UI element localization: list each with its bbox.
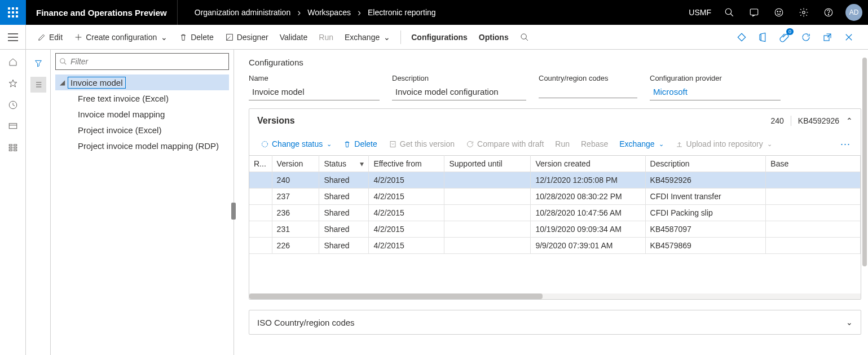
search-icon[interactable] xyxy=(718,0,741,25)
list-icon[interactable] xyxy=(30,77,46,93)
table-row[interactable]: 226Shared4/2/20159/9/2020 07:39:01 AMKB4… xyxy=(249,238,861,254)
cell-effective: 4/2/2015 xyxy=(369,189,444,205)
company-code[interactable]: USMF xyxy=(689,8,716,17)
cell-status: Shared xyxy=(319,238,369,254)
svg-point-24 xyxy=(521,34,526,39)
iso-title: ISO Country/region codes xyxy=(257,318,355,327)
message-icon[interactable] xyxy=(743,0,765,25)
filter-icon[interactable]: ▾ xyxy=(360,159,364,168)
tree-node-child[interactable]: Invoice model mapping xyxy=(55,106,229,122)
cell-base xyxy=(766,205,861,221)
close-icon[interactable] xyxy=(839,27,859,47)
cell-version: 240 xyxy=(272,172,319,189)
version-delete-label: Delete xyxy=(354,139,377,148)
workspace-icon[interactable] xyxy=(7,121,19,132)
options-button[interactable]: Options xyxy=(473,29,514,45)
command-bar-right: 0 xyxy=(732,27,862,47)
detail-panel: Configurations Name Invoice model Descri… xyxy=(234,50,868,355)
modules-icon[interactable] xyxy=(7,142,19,154)
home-icon[interactable] xyxy=(7,56,19,68)
cell-supported xyxy=(444,221,531,238)
col-supported[interactable]: Supported until xyxy=(444,156,531,172)
breadcrumb-2[interactable]: Workspaces xyxy=(307,8,351,17)
iso-header[interactable]: ISO Country/region codes ⌄ xyxy=(249,310,861,334)
popout-icon[interactable] xyxy=(817,27,838,47)
get-version-button: Get this version xyxy=(384,137,459,151)
version-exchange-button[interactable]: Exchange⌄ xyxy=(615,137,668,151)
attachment-icon[interactable]: 0 xyxy=(774,27,795,47)
filter-box[interactable] xyxy=(55,53,229,70)
tree-node-child[interactable]: Free text invoice (Excel) xyxy=(55,90,229,106)
version-exchange-label: Exchange xyxy=(619,139,654,148)
scrollbar-thumb[interactable] xyxy=(862,58,867,266)
cell-version: 237 xyxy=(272,189,319,205)
breadcrumb-1[interactable]: Organization administration xyxy=(195,8,290,17)
svg-rect-6 xyxy=(8,15,10,17)
more-actions-icon[interactable]: ··· xyxy=(837,138,854,150)
designer-button[interactable]: Designer xyxy=(219,29,274,45)
tree-node-child[interactable]: Project invoice (Excel) xyxy=(55,122,229,138)
run-label: Run xyxy=(319,33,333,42)
col-effective[interactable]: Effective from xyxy=(369,156,444,172)
col-status[interactable]: Status▾ xyxy=(319,156,369,172)
feedback-icon[interactable] xyxy=(768,0,790,25)
validate-button[interactable]: Validate xyxy=(274,29,314,45)
divider xyxy=(791,116,791,126)
version-delete-button[interactable]: Delete xyxy=(338,137,381,151)
table-row[interactable]: 231Shared4/2/201510/19/2020 09:09:34 AMK… xyxy=(249,221,861,238)
caret-down-icon[interactable]: ◢ xyxy=(60,78,68,86)
create-label: Create configuration xyxy=(86,33,157,42)
horizontal-scrollbar[interactable] xyxy=(249,293,861,299)
filter-input[interactable] xyxy=(71,57,225,66)
col-description[interactable]: Description xyxy=(645,156,766,172)
cell-version: 231 xyxy=(272,221,319,238)
search-button[interactable] xyxy=(514,29,535,45)
gear-icon[interactable] xyxy=(792,0,815,25)
cell-created: 10/19/2020 09:09:34 AM xyxy=(531,221,645,238)
scrollbar-thumb[interactable] xyxy=(249,293,543,299)
cell-base xyxy=(766,189,861,205)
svg-point-43 xyxy=(262,141,268,147)
col-created[interactable]: Version created xyxy=(531,156,645,172)
change-status-button[interactable]: Change status⌄ xyxy=(256,137,336,151)
vertical-scrollbar[interactable] xyxy=(862,58,867,272)
tree-node-root[interactable]: ◢ Invoice model xyxy=(55,74,229,90)
table-row[interactable]: 237Shared4/2/201510/28/2020 08:30:22 PMC… xyxy=(249,189,861,205)
delete-button[interactable]: Delete xyxy=(173,29,219,45)
edit-button[interactable]: Edit xyxy=(32,29,68,45)
name-value[interactable]: Invoice model xyxy=(249,85,380,100)
cell-description: CFDI Packing slip xyxy=(645,205,766,221)
table-row[interactable]: 236Shared4/2/201510/28/2020 10:47:56 AMC… xyxy=(249,205,861,221)
diamond-icon[interactable] xyxy=(732,27,752,47)
refresh-icon[interactable] xyxy=(796,27,816,47)
country-value[interactable] xyxy=(539,85,637,98)
col-r[interactable]: R... xyxy=(249,156,272,172)
cell-status: Shared xyxy=(319,221,369,238)
app-launcher-icon[interactable] xyxy=(0,0,26,25)
hamburger-icon[interactable] xyxy=(0,25,26,49)
office-icon[interactable] xyxy=(753,27,773,47)
filter-icon[interactable] xyxy=(30,55,46,71)
attachment-badge: 0 xyxy=(786,28,794,35)
svg-point-15 xyxy=(803,11,805,14)
favorite-icon[interactable] xyxy=(7,78,19,89)
create-configuration-button[interactable]: Create configuration⌄ xyxy=(68,29,173,45)
help-icon[interactable] xyxy=(817,0,840,25)
chevron-up-icon[interactable]: ⌃ xyxy=(846,116,853,125)
chevron-down-icon[interactable]: ⌄ xyxy=(846,318,853,327)
configurations-button[interactable]: Configurations xyxy=(406,29,473,45)
versions-grid: R... Version Status▾ Effective from Supp… xyxy=(249,155,861,254)
description-value[interactable]: Invoice model configuration xyxy=(392,85,526,100)
designer-label: Designer xyxy=(237,33,268,42)
col-base[interactable]: Base xyxy=(766,156,861,172)
col-version[interactable]: Version xyxy=(272,156,319,172)
svg-point-17 xyxy=(828,14,829,15)
breadcrumb-3[interactable]: Electronic reporting xyxy=(368,8,436,17)
provider-value[interactable]: Microsoft xyxy=(650,85,781,100)
exchange-button[interactable]: Exchange⌄ xyxy=(339,29,396,45)
versions-card: Versions 240 KB4592926 ⌃ Change status⌄ … xyxy=(249,108,861,300)
user-avatar[interactable]: AD xyxy=(845,4,862,21)
tree-node-child[interactable]: Project invoice model mapping (RDP) xyxy=(55,138,229,154)
table-row[interactable]: 240Shared4/2/201512/1/2020 12:05:08 PMKB… xyxy=(249,172,861,189)
recent-icon[interactable] xyxy=(7,99,19,111)
